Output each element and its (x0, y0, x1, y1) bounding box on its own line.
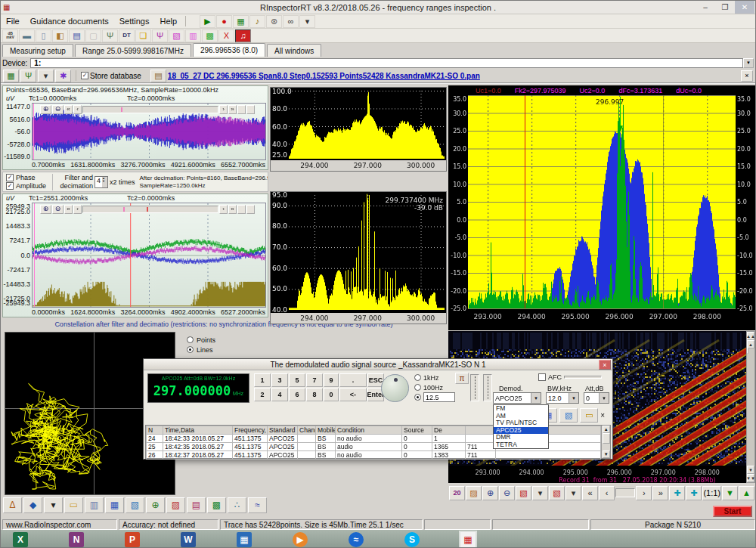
afc-checkbox[interactable] (538, 373, 546, 381)
forward-button[interactable]: › (219, 205, 228, 214)
scroll-bottom-button[interactable]: ▼▼ (747, 474, 754, 482)
tab[interactable]: All windows (267, 44, 321, 57)
wf-fast-forward-button[interactable]: » (652, 486, 668, 500)
scroll-down-button[interactable]: ▼ (747, 466, 754, 474)
record-button[interactable]: ● (216, 15, 232, 28)
zoom-in-button[interactable]: ⊕ (40, 105, 51, 114)
taskbar-calculator[interactable]: ▦ (237, 532, 252, 547)
squelch-fader[interactable] (483, 374, 492, 401)
zoom-out-button[interactable]: ⊖ (52, 105, 64, 114)
device-dropdown[interactable]: ▼ (743, 58, 754, 68)
column-header[interactable]: Standard (268, 426, 298, 435)
scroll-groove[interactable] (82, 106, 218, 113)
menu-item[interactable]: Guidance documents (25, 16, 114, 26)
tab[interactable]: 296.996536 (8.0) (193, 43, 265, 57)
waveform2-canvas[interactable] (33, 203, 265, 307)
maximize-button[interactable]: ❐ (715, 1, 735, 14)
taskbar-browser[interactable]: ≈ (349, 532, 364, 547)
radio-icon[interactable] (187, 336, 194, 343)
squelch-button[interactable]: π (455, 373, 469, 384)
wf-chart-mode-button[interactable]: ▧ (516, 486, 531, 500)
wf-view-mode-button[interactable]: ▧ (549, 486, 565, 500)
panel-close-button[interactable]: × (600, 411, 605, 420)
keypad-button[interactable]: 3 (271, 373, 288, 387)
step-value-input[interactable] (423, 392, 455, 402)
run-button[interactable]: ▶ (200, 15, 215, 28)
column-header[interactable]: Mobile/ (316, 426, 336, 435)
spinner-arrows[interactable]: ▲▼ (102, 177, 107, 187)
back-button[interactable]: ‹ (73, 205, 82, 214)
export-table-button[interactable]: ▦ (3, 70, 19, 82)
scatter-button[interactable]: ∴ (228, 497, 246, 513)
curve-button[interactable]: ≈ (248, 497, 267, 513)
fast-forward-button[interactable]: » (228, 105, 237, 114)
dt-button[interactable]: DT (119, 29, 135, 42)
reference-book-button[interactable]: ▯ (36, 29, 51, 42)
scroll-top-button[interactable]: ▲▲ (747, 332, 754, 340)
main-spectrum-canvas[interactable] (448, 95, 755, 330)
save-trace-button[interactable]: ▦ (105, 497, 124, 513)
save-all-button[interactable]: ▧ (559, 408, 578, 423)
taskbar-excel[interactable]: X (13, 532, 28, 547)
taskbar-powerpoint[interactable]: P (125, 532, 140, 547)
scroll-groove[interactable] (82, 206, 218, 213)
delete-button[interactable]: X (218, 29, 234, 42)
zoom-in-button[interactable]: ⊕ (40, 205, 51, 214)
step-1khz-radio[interactable] (414, 374, 421, 381)
open-folder-button[interactable]: ▭ (64, 497, 83, 513)
inactive-button[interactable]: ▢ (85, 29, 101, 42)
close-pan-button[interactable]: × (741, 70, 753, 82)
menu-item[interactable]: Settings (114, 16, 155, 26)
keypad-button[interactable]: 2 (254, 388, 271, 401)
option-button[interactable] (237, 105, 246, 114)
column-header[interactable]: Condition (336, 426, 402, 435)
save-button[interactable]: ▤ (69, 29, 85, 42)
wf-pan-button[interactable]: ✚ (669, 486, 685, 500)
spectrum-grid-button[interactable]: ▦ (233, 15, 249, 28)
keypad-button[interactable]: 9 (324, 373, 339, 387)
search-signals-button[interactable]: ⊛ (266, 15, 282, 28)
start-button[interactable]: Start (713, 506, 752, 517)
option-button[interactable] (237, 205, 246, 214)
fast-back-button[interactable]: « (64, 205, 73, 214)
taskbar-media-player[interactable]: ▶ (293, 532, 308, 547)
tuning-knob[interactable] (381, 374, 409, 402)
back-button[interactable]: ‹ (73, 105, 82, 114)
tab[interactable]: Measuring setup (2, 44, 73, 57)
keypad-button[interactable]: 1 (254, 373, 271, 387)
taskbar-onenote[interactable]: N (69, 532, 84, 547)
att-combo[interactable]: 0▼ (584, 392, 609, 404)
wf-view-mode-dropdown[interactable]: ▾ (565, 486, 581, 500)
bw-combo[interactable]: 12.0▼ (546, 392, 579, 404)
keypad-button[interactable]: 6 (289, 388, 305, 401)
binoculars-button[interactable]: ∞ (283, 15, 299, 28)
wf-pan2-button[interactable]: ✚ (686, 486, 702, 500)
photo-button[interactable]: ▩ (207, 497, 226, 513)
dialog-close-button[interactable]: × (599, 360, 611, 370)
fast-forward-button[interactable]: » (228, 205, 237, 214)
save-trace2-button[interactable]: ▧ (125, 497, 144, 513)
column-header[interactable]: Source (402, 426, 432, 435)
demod-combo[interactable]: APCO25▼ (493, 392, 541, 404)
column-header[interactable]: Time,Data (163, 426, 233, 435)
column-header[interactable]: N (147, 426, 163, 435)
wf-forward-button[interactable]: › (636, 486, 652, 500)
dialog-title-bar[interactable]: The demodulated audio signal source _Kas… (144, 359, 612, 370)
keypad-button[interactable]: 4 (271, 388, 288, 401)
wf-fast-back-button[interactable]: « (582, 486, 598, 500)
keypad-button[interactable]: 8 (306, 388, 323, 401)
device-field[interactable]: 1: (30, 58, 743, 68)
globe-button[interactable]: ⊕ (146, 497, 165, 513)
store-database-checkbox[interactable]: ✓ (81, 72, 88, 79)
chart-red-button[interactable]: ▨ (166, 497, 185, 513)
binoculars-dropdown[interactable]: ▾ (299, 15, 315, 28)
constellation-view-button[interactable]: ◆ (23, 497, 42, 513)
import-trace-button[interactable]: ▥ (85, 497, 104, 513)
keypad-button[interactable]: . (339, 373, 367, 387)
antenna-config-dropdown[interactable]: ▾ (38, 70, 54, 82)
afc-slider[interactable] (564, 376, 602, 379)
spectrum-before-canvas[interactable] (270, 87, 447, 172)
volume-fader[interactable] (470, 374, 479, 401)
log-book-icon[interactable]: ▤ (150, 70, 166, 82)
taskbar-skype[interactable]: S (404, 532, 420, 547)
